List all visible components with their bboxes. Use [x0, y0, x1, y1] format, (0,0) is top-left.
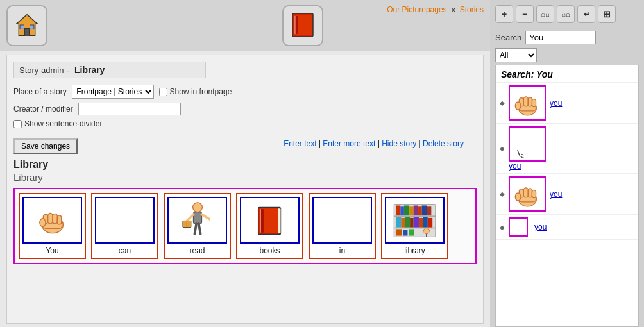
remove-button[interactable]: −	[516, 5, 534, 23]
hide-story-link[interactable]: Hide story	[382, 139, 416, 148]
svg-text:2: 2	[521, 153, 524, 159]
search-row: Search	[490, 28, 644, 47]
add-button[interactable]: +	[495, 5, 513, 23]
svg-rect-12	[53, 214, 57, 224]
place-select[interactable]: Frontpage | Stories	[72, 85, 154, 99]
svg-rect-37	[422, 205, 427, 215]
story-links: Enter text | Enter more text | Hide stor…	[284, 139, 464, 148]
creator-label: Creator / modifier	[13, 105, 73, 113]
filter-select[interactable]: All People Objects Actions	[495, 48, 537, 62]
home-button[interactable]	[6, 5, 47, 46]
result-label-3[interactable]: you	[550, 190, 562, 199]
result-label-2[interactable]: you	[509, 162, 521, 171]
svg-point-15	[192, 202, 202, 212]
card-image-library	[389, 199, 441, 241]
card-library[interactable]: library	[381, 193, 448, 259]
story-admin-bar: Story admin - Library	[13, 62, 206, 78]
search-label: Search	[495, 33, 521, 42]
card-books[interactable]: books	[236, 193, 303, 259]
result-label-4[interactable]: you	[534, 222, 547, 231]
svg-rect-38	[427, 206, 431, 215]
bullet-4: ◆	[500, 224, 505, 231]
svg-rect-65	[523, 187, 528, 197]
show-divider-checkbox[interactable]	[13, 120, 22, 128]
card-read[interactable]: read	[164, 193, 231, 259]
svg-rect-34	[409, 206, 413, 215]
search-results-title: Search: You	[496, 65, 638, 83]
svg-point-59	[515, 101, 521, 109]
svg-rect-35	[414, 205, 418, 215]
svg-rect-3	[30, 25, 34, 29]
svg-rect-41	[405, 217, 410, 227]
main-area: Our Picturepages « Stories Story admin -…	[0, 0, 490, 327]
grid-button[interactable]: ⊞	[598, 5, 616, 23]
top-bar: Our Picturepages « Stories	[0, 0, 490, 51]
svg-rect-58	[532, 99, 536, 106]
search-results-panel: Search: You ◆ you ◆	[495, 65, 639, 327]
svg-rect-46	[428, 217, 432, 227]
card-label-you: You	[22, 246, 82, 255]
content-area: Story admin - Library Place of a story F…	[6, 55, 484, 324]
show-frontpage-checkbox[interactable]	[159, 88, 167, 96]
svg-rect-42	[410, 217, 414, 227]
show-frontpage-label: Show in frontpage	[170, 87, 232, 96]
delete-story-link[interactable]: Delete story	[423, 139, 464, 148]
picturepages-link[interactable]: Our Picturepages	[387, 5, 446, 14]
card-can[interactable]: can	[91, 193, 158, 259]
svg-point-14	[39, 219, 45, 227]
back-button[interactable]: ↩	[577, 5, 595, 23]
card-image-can	[99, 199, 151, 241]
story-admin-label: Story admin -	[19, 65, 69, 75]
search-result-4[interactable]: ◆ you	[496, 215, 638, 240]
svg-rect-13	[57, 215, 61, 224]
divider-row: Show sentence-divider	[13, 119, 477, 128]
result-label-1[interactable]: you	[550, 99, 562, 108]
svg-rect-16	[193, 212, 201, 223]
search-input[interactable]	[525, 31, 596, 44]
svg-line-21	[194, 224, 196, 234]
result-image-2: 2	[509, 126, 546, 162]
creator-input[interactable]	[78, 103, 181, 115]
card-image-in	[317, 199, 368, 241]
card-in[interactable]: in	[309, 193, 376, 259]
search-result-2[interactable]: ◆ 2 you	[496, 124, 638, 174]
result-image-3	[509, 176, 546, 212]
card-you[interactable]: You	[19, 193, 86, 259]
search-result-3[interactable]: ◆ you	[496, 174, 638, 215]
card-label-can: can	[95, 246, 155, 255]
svg-rect-31	[396, 205, 400, 215]
svg-rect-6	[295, 16, 298, 34]
svg-rect-32	[400, 206, 404, 215]
enter-more-link[interactable]: Enter more text	[323, 139, 375, 148]
story-admin-title: Library	[74, 65, 105, 75]
card-label-read: read	[167, 246, 227, 255]
nav-right-button[interactable]: ⌂⌂	[557, 5, 575, 23]
card-label-books: books	[240, 246, 300, 255]
book-button[interactable]	[282, 5, 323, 46]
book-icon	[290, 11, 316, 41]
filter-row: All People Objects Actions	[490, 47, 644, 65]
sidebar-toolbar: + − ⌂⌂ ⌂⌂ ↩ ⊞	[490, 0, 644, 28]
svg-line-18	[201, 214, 209, 219]
svg-rect-11	[47, 214, 52, 224]
svg-rect-49	[409, 229, 414, 235]
svg-rect-47	[396, 229, 402, 235]
enter-text-link[interactable]: Enter text	[284, 139, 316, 148]
nav-left-button[interactable]: ⌂⌂	[536, 5, 554, 23]
svg-rect-44	[419, 217, 423, 227]
page-title-2: Library	[13, 172, 477, 183]
svg-point-50	[423, 228, 429, 233]
nav-separator: «	[451, 5, 455, 14]
card-label-library: library	[385, 246, 445, 255]
svg-line-60	[518, 150, 520, 156]
sidebar: + − ⌂⌂ ⌂⌂ ↩ ⊞ Search All People Objects …	[490, 0, 644, 327]
stories-link[interactable]: Stories	[460, 5, 484, 14]
search-result-1[interactable]: ◆ you	[496, 83, 638, 124]
svg-rect-66	[528, 188, 532, 197]
svg-rect-57	[528, 97, 532, 106]
svg-rect-33	[404, 205, 409, 215]
bullet-3: ◆	[500, 190, 505, 197]
result-image-1	[509, 85, 546, 121]
save-changes-button[interactable]: Save changes	[13, 138, 78, 154]
home-icon	[14, 12, 40, 40]
